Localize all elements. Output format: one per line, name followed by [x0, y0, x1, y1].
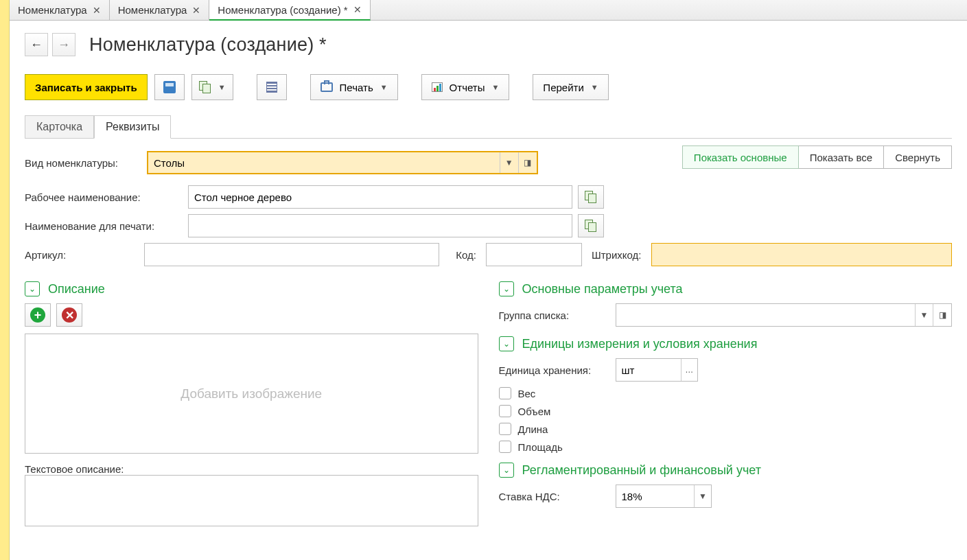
- article-input[interactable]: [144, 243, 439, 266]
- list-group-input[interactable]: [616, 304, 915, 326]
- nav-back-button[interactable]: ←: [25, 33, 48, 56]
- kind-combo[interactable]: ▼ ◨: [147, 151, 538, 174]
- length-label: Длина: [518, 423, 548, 435]
- collapse-button[interactable]: Свернуть: [884, 145, 952, 169]
- text-desc-label: Текстовое описание:: [25, 463, 478, 475]
- storage-unit-label: Единица хранения:: [499, 364, 609, 376]
- plus-icon: +: [30, 307, 45, 323]
- work-name-label: Рабочее наименование:: [25, 191, 183, 203]
- vat-input[interactable]: [616, 485, 695, 507]
- command-bar: Записать и закрыть ▼ Печать ▼: [25, 74, 952, 100]
- section-collapse-toggle[interactable]: ⌄: [25, 281, 40, 296]
- vat-combo[interactable]: ▼: [616, 485, 712, 508]
- volume-label: Объем: [518, 406, 551, 417]
- list-icon: [266, 82, 277, 93]
- chevron-down-icon: ▼: [591, 83, 598, 91]
- close-icon[interactable]: ✕: [93, 5, 101, 16]
- copy-icon: [585, 191, 597, 203]
- storage-unit-input[interactable]: [616, 359, 681, 381]
- app-tab-2[interactable]: Номенклатура ✕: [110, 0, 210, 20]
- close-icon: ✕: [62, 307, 77, 323]
- length-checkbox[interactable]: [499, 423, 511, 435]
- open-icon[interactable]: ◨: [518, 152, 537, 173]
- reports-label: Отчеты: [450, 82, 485, 93]
- weight-checkbox[interactable]: [499, 387, 511, 399]
- print-icon: [321, 82, 333, 92]
- area-label: Площадь: [518, 441, 563, 453]
- open-icon[interactable]: ◨: [933, 304, 951, 326]
- app-tab-bar: Номенклатура ✕ Номенклатура ✕ Номенклату…: [10, 0, 967, 21]
- go-label: Перейти: [543, 82, 583, 93]
- save-icon: [163, 81, 176, 93]
- chevron-down-icon[interactable]: ▼: [694, 485, 710, 507]
- image-placeholder-text: Добавить изображение: [180, 386, 322, 401]
- section-collapse-toggle[interactable]: ⌄: [499, 463, 514, 478]
- app-tab-1[interactable]: Номенклатура ✕: [10, 0, 110, 20]
- show-all-button[interactable]: Показать все: [799, 145, 885, 169]
- kind-input[interactable]: [148, 152, 500, 173]
- chart-icon: [432, 82, 443, 92]
- section-units-title: Единицы измерения и условия хранения: [522, 337, 758, 351]
- ellipsis-icon[interactable]: …: [681, 359, 697, 381]
- reports-button[interactable]: Отчеты ▼: [421, 74, 510, 100]
- list-button[interactable]: [257, 74, 287, 100]
- area-checkbox[interactable]: [499, 441, 511, 453]
- volume-checkbox[interactable]: [499, 405, 511, 417]
- section-collapse-toggle[interactable]: ⌄: [499, 336, 514, 351]
- print-button[interactable]: Печать ▼: [310, 74, 398, 100]
- list-group-combo[interactable]: ▼ ◨: [616, 303, 953, 327]
- remove-image-button[interactable]: ✕: [56, 303, 82, 327]
- weight-label: Вес: [518, 388, 536, 399]
- barcode-label: Штрихкод:: [592, 249, 642, 261]
- code-input[interactable]: [486, 243, 582, 266]
- app-tab-label: Номенклатура: [118, 4, 187, 16]
- go-button[interactable]: Перейти ▼: [533, 74, 608, 100]
- save-close-label: Записать и закрыть: [35, 82, 137, 93]
- work-name-input[interactable]: [188, 185, 572, 209]
- app-tab-3[interactable]: Номенклатура (создание) * ✕: [209, 0, 370, 21]
- add-image-button[interactable]: +: [25, 303, 51, 327]
- code-label: Код:: [449, 249, 476, 261]
- print-label: Печать: [340, 82, 373, 93]
- kind-label: Вид номенклатуры:: [25, 157, 141, 169]
- show-main-button[interactable]: Показать основные: [682, 145, 799, 169]
- copy-button[interactable]: ▼: [191, 74, 233, 100]
- view-toggle: Показать основные Показать все Свернуть: [682, 145, 952, 169]
- app-tab-label: Номенклатура (создание) *: [218, 4, 347, 16]
- storage-unit-combo[interactable]: …: [616, 358, 698, 382]
- yellow-sidebar: [0, 0, 10, 560]
- chevron-down-icon[interactable]: ▼: [500, 152, 518, 173]
- copy-down-button[interactable]: [578, 185, 604, 209]
- app-tab-label: Номенклатура: [18, 4, 87, 16]
- save-close-button[interactable]: Записать и закрыть: [25, 74, 148, 100]
- text-desc-textarea[interactable]: [25, 475, 478, 526]
- chevron-down-icon: ▼: [218, 83, 226, 91]
- page-title: Номенклатура (создание) *: [89, 34, 327, 56]
- section-description-title: Описание: [48, 282, 105, 296]
- image-drop-area[interactable]: Добавить изображение: [25, 334, 478, 454]
- barcode-input[interactable]: [651, 243, 952, 266]
- section-params-title: Основные параметры учета: [522, 282, 683, 296]
- chevron-down-icon[interactable]: ▼: [915, 304, 933, 326]
- close-icon[interactable]: ✕: [192, 5, 200, 16]
- print-name-label: Наименование для печати:: [25, 220, 183, 232]
- article-label: Артикул:: [25, 249, 73, 261]
- chevron-down-icon: ▼: [380, 83, 388, 91]
- list-group-label: Группа списка:: [499, 310, 609, 321]
- section-collapse-toggle[interactable]: ⌄: [499, 281, 514, 296]
- save-button[interactable]: [154, 74, 185, 100]
- vat-label: Ставка НДС:: [499, 491, 609, 502]
- nav-forward-button[interactable]: →: [52, 33, 75, 56]
- close-icon[interactable]: ✕: [353, 4, 362, 15]
- tab-requisites[interactable]: Реквизиты: [94, 115, 171, 139]
- print-name-input[interactable]: [188, 214, 572, 237]
- tab-card[interactable]: Карточка: [25, 115, 94, 138]
- chevron-down-icon: ▼: [491, 83, 499, 91]
- copy-icon: [199, 81, 211, 93]
- copy-icon: [585, 220, 597, 232]
- copy-up-button[interactable]: [578, 214, 604, 237]
- section-regfin-title: Регламентированный и финансовый учет: [522, 463, 761, 478]
